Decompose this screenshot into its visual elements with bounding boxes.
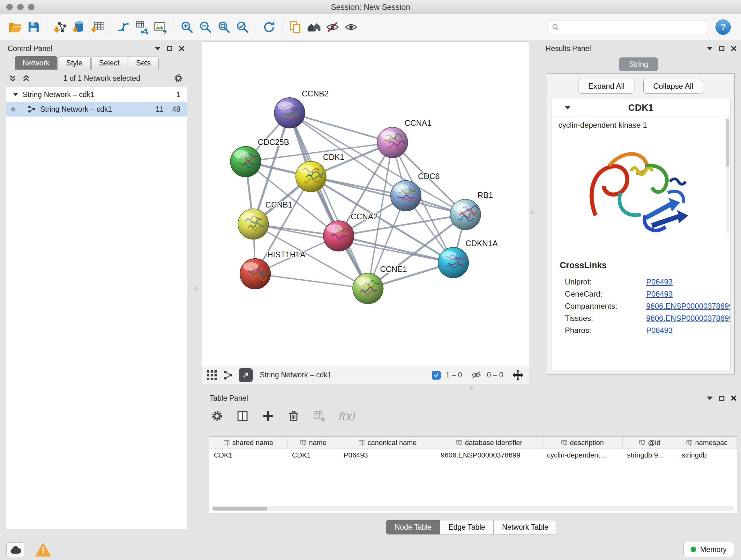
network-row-selected[interactable]: String Network – cdk1 11 48 [6, 102, 187, 117]
crosslink-genecard-link[interactable]: P06493 [646, 290, 673, 299]
bottom-splitter-handle[interactable] [470, 387, 473, 390]
function-builder-button[interactable]: f(x) [338, 410, 355, 422]
open-session-button[interactable] [6, 18, 24, 37]
network-node-RB1[interactable]: RB1 [450, 191, 493, 230]
window-minimize-button[interactable] [17, 4, 23, 10]
column-header-shared-name[interactable]: shared name [209, 437, 287, 449]
tab-edge-table[interactable]: Edge Table [440, 520, 494, 535]
crosslink-tissues-link[interactable]: 9606.ENSP00000378699 [646, 314, 731, 323]
cloud-button[interactable] [6, 543, 25, 557]
save-session-button[interactable] [24, 18, 43, 37]
left-splitter-handle[interactable] [194, 287, 197, 291]
crosslink-pharos-link[interactable]: P06493 [646, 326, 673, 335]
warning-button[interactable]: ! [35, 543, 51, 557]
column-header-database-identifier[interactable]: database identifier [436, 437, 542, 449]
panel-menu-icon[interactable] [707, 396, 713, 400]
column-header-description[interactable]: description [542, 437, 623, 449]
cell-description: cyclin-dependent ... [542, 449, 623, 462]
import-network-database-button[interactable] [69, 18, 88, 37]
node-result-header[interactable]: CDK1 [551, 99, 730, 117]
panel-menu-icon[interactable] [155, 47, 160, 51]
panel-close-icon[interactable] [731, 46, 737, 51]
import-table-button[interactable] [88, 18, 106, 37]
search-input[interactable] [562, 23, 703, 31]
show-graphics-button[interactable] [342, 18, 360, 37]
home-layout-button[interactable] [305, 18, 323, 37]
column-header-id[interactable]: @id [623, 437, 677, 449]
zoom-fit-button[interactable] [215, 18, 233, 37]
tab-network[interactable]: Network [15, 56, 57, 70]
hidden-eye-slash-icon[interactable] [470, 369, 482, 381]
column-header-namespace[interactable]: namespac [677, 437, 737, 449]
tab-node-table[interactable]: Node Table [386, 520, 441, 535]
panel-float-icon[interactable] [719, 46, 724, 51]
zoom-out-button[interactable] [196, 18, 215, 37]
expand-all-button[interactable]: Expand All [579, 79, 634, 94]
window-close-button[interactable] [6, 4, 13, 10]
import-network-file-button[interactable] [51, 18, 69, 37]
expand-all-icon[interactable] [22, 74, 30, 83]
window-zoom-button[interactable] [28, 4, 35, 10]
network-collection-row[interactable]: String Network – cdk1 1 [6, 87, 187, 102]
collapse-all-button[interactable]: Collapse All [643, 79, 703, 94]
zoom-in-button[interactable] [178, 18, 196, 37]
network-node-CDK1[interactable]: CDK1 [295, 152, 344, 192]
birdseye-grid-icon[interactable] [207, 370, 217, 380]
results-scrollbar-thumb[interactable] [726, 119, 729, 167]
move-crosshair-icon[interactable] [512, 369, 524, 381]
network-canvas[interactable]: CCNB2CCNA1CDC25BCDK1CDC6RB1CCNB1CCNA2CDK… [202, 42, 529, 366]
panel-close-icon[interactable] [179, 46, 185, 51]
network-node-CCNA1[interactable]: CCNA1 [377, 118, 431, 158]
column-header-name[interactable]: name [287, 437, 339, 449]
edge-CCNE1-HIST1H1A[interactable] [255, 274, 368, 289]
panel-menu-icon[interactable] [707, 47, 713, 51]
edge-CCNB2-CCNA1[interactable] [289, 113, 392, 143]
edge-CCNA2-CDKN1A[interactable] [339, 236, 453, 263]
selected-checkbox[interactable] [432, 371, 441, 380]
show-columns-icon[interactable] [236, 409, 249, 423]
zoom-selected-button[interactable] [233, 18, 252, 37]
crosslink-uniprot-link[interactable]: P06493 [646, 277, 673, 287]
refresh-view-button[interactable] [260, 18, 278, 37]
edge-CCNB2-CCNE1[interactable] [289, 113, 368, 289]
results-scrollbar[interactable] [726, 118, 730, 233]
crosslink-compartments-link[interactable]: 9606.ENSP00000378699 [646, 302, 731, 311]
gear-icon[interactable] [173, 73, 184, 84]
add-column-icon[interactable] [261, 409, 275, 423]
tab-select[interactable]: Select [91, 56, 128, 70]
edge-CDK1-RB1[interactable] [311, 177, 465, 214]
memory-button[interactable]: Memory [683, 542, 734, 557]
table-row[interactable]: CDK1 CDK1 P06493 9606.ENSP00000378699 cy… [209, 449, 737, 462]
network-node-CDC6[interactable]: CDC6 [391, 172, 440, 211]
panel-float-icon[interactable] [719, 396, 724, 401]
tab-network-table[interactable]: Network Table [494, 520, 557, 535]
network-share-icon[interactable] [222, 369, 233, 381]
delete-table-icon[interactable] [313, 409, 326, 423]
table-settings-gear-icon[interactable] [210, 409, 224, 423]
delete-column-icon[interactable] [287, 409, 300, 423]
network-node-CCNE1[interactable]: CCNE1 [353, 265, 407, 304]
collapse-all-icon[interactable] [8, 74, 17, 83]
tab-string[interactable]: String [619, 57, 658, 71]
network-node-HIST1H1A[interactable]: HIST1H1A [240, 250, 306, 289]
node-gloss-highlight [381, 131, 396, 139]
table-scrollbar-thumb[interactable] [212, 507, 267, 510]
network-node-CDKN1A[interactable]: CDKN1A [438, 239, 498, 278]
new-network-button[interactable] [114, 18, 133, 37]
tab-style[interactable]: Style [58, 56, 90, 70]
right-splitter-handle[interactable] [531, 211, 534, 214]
column-header-canonical-name[interactable]: canonical name [339, 437, 436, 449]
help-button[interactable]: ? [716, 19, 731, 35]
duplicate-network-button[interactable] [286, 18, 305, 37]
export-image-button[interactable] [151, 18, 170, 37]
panel-close-icon[interactable] [731, 395, 737, 401]
open-in-window-button[interactable] [239, 368, 253, 382]
tree-expand-icon[interactable] [13, 93, 18, 96]
network-from-table-button[interactable] [133, 18, 151, 37]
node-label: CCNB2 [301, 89, 329, 98]
hide-annotations-button[interactable] [323, 18, 342, 37]
network-node-CCNB1[interactable]: CCNB1 [238, 200, 292, 240]
table-horizontal-scrollbar[interactable] [212, 506, 734, 511]
tab-sets[interactable]: Sets [128, 56, 158, 70]
panel-float-icon[interactable] [167, 46, 172, 51]
